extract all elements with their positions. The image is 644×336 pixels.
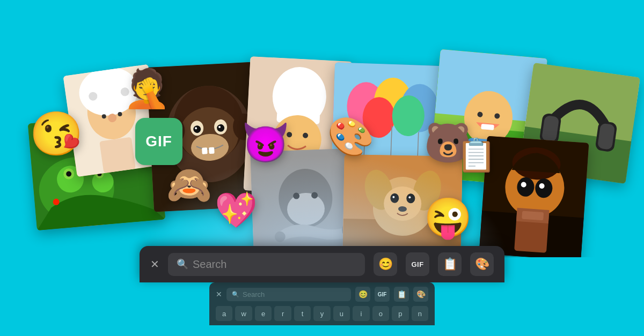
key-y[interactable]: y bbox=[313, 306, 330, 321]
emoji-palette: 🎨 bbox=[327, 118, 374, 155]
gif-badge: GIF bbox=[135, 118, 182, 165]
emoji-tab-small[interactable]: 😊 bbox=[355, 287, 370, 302]
palette-tab-small[interactable]: 🎨 bbox=[413, 287, 428, 302]
keyboard-small: ✕ 🔍 Search 😊 GIF 📋 🎨 a w e r t y u i o p… bbox=[209, 282, 435, 325]
emoji-wink-tongue: 😜 bbox=[424, 198, 472, 237]
keyboard-main: ✕ 🔍 Search 😊 GIF 📋 🎨 bbox=[140, 246, 504, 282]
search-icon-small: 🔍 bbox=[232, 291, 239, 298]
emoji-heart-spark: 💖 bbox=[215, 193, 258, 227]
gif-tab[interactable]: GIF bbox=[406, 252, 429, 276]
svg-rect-98 bbox=[522, 211, 544, 221]
emoji-kiss: 😘 bbox=[30, 113, 83, 155]
gif-badge-label: GIF bbox=[145, 133, 172, 150]
key-o[interactable]: o bbox=[372, 306, 389, 321]
search-placeholder: Search bbox=[193, 258, 226, 271]
emoji-facepalm: 🤦 bbox=[123, 70, 170, 107]
emoji-clipboard: 📋 bbox=[456, 139, 496, 171]
key-i[interactable]: i bbox=[353, 306, 369, 321]
key-t[interactable]: t bbox=[294, 306, 311, 321]
search-icon: 🔍 bbox=[177, 258, 188, 270]
close-btn-small[interactable]: ✕ bbox=[216, 290, 222, 298]
clipboard-tab[interactable]: 📋 bbox=[438, 252, 462, 276]
svg-rect-30 bbox=[209, 147, 215, 154]
gif-tab-small[interactable]: GIF bbox=[375, 287, 390, 302]
key-r[interactable]: r bbox=[274, 306, 291, 321]
clipboard-tab-small[interactable]: 📋 bbox=[394, 287, 409, 302]
emoji-tab[interactable]: 😊 bbox=[374, 252, 397, 276]
key-e[interactable]: e bbox=[255, 306, 272, 321]
svg-rect-17 bbox=[99, 137, 136, 173]
svg-rect-59 bbox=[481, 124, 494, 130]
key-u[interactable]: u bbox=[333, 306, 350, 321]
key-n[interactable]: n bbox=[412, 306, 428, 321]
palette-tab[interactable]: 🎨 bbox=[470, 252, 494, 276]
close-button[interactable]: ✕ bbox=[150, 258, 159, 271]
emoji-monkey-see: 🙈 bbox=[166, 166, 212, 203]
svg-rect-29 bbox=[202, 147, 208, 154]
search-field-main[interactable]: 🔍 Search bbox=[168, 253, 365, 276]
key-w[interactable]: w bbox=[235, 306, 252, 321]
emoji-devil: 😈 bbox=[241, 123, 290, 162]
search-placeholder-small: Search bbox=[243, 290, 265, 298]
keyboard-top-row-small: ✕ 🔍 Search 😊 GIF 📋 🎨 bbox=[216, 287, 428, 302]
keyboard-row-1: a w e r t y u i o p n bbox=[216, 306, 428, 321]
search-field-small[interactable]: 🔍 Search bbox=[226, 288, 351, 301]
key-p[interactable]: p bbox=[392, 306, 408, 321]
keyboard-container: ✕ 🔍 Search 😊 GIF 📋 🎨 a w e r t y u i o p… bbox=[0, 229, 644, 336]
key-a[interactable]: a bbox=[216, 306, 232, 321]
